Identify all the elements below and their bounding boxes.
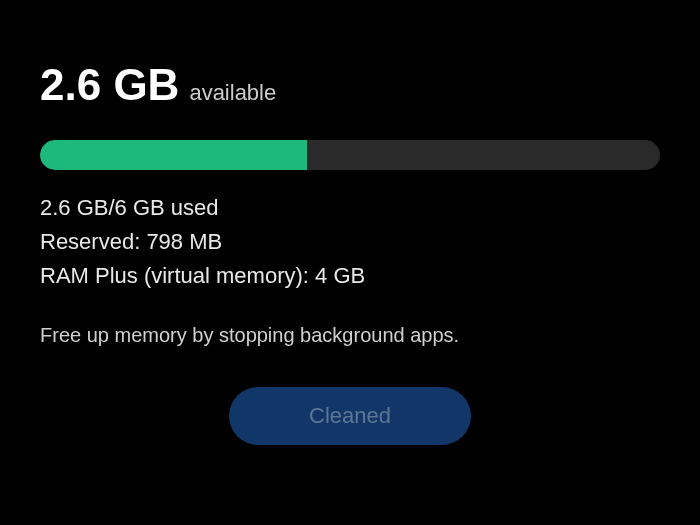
memory-stats: 2.6 GB/6 GB used Reserved: 798 MB RAM Pl… (40, 195, 660, 289)
memory-progress-fill (40, 140, 307, 170)
ram-plus-text: RAM Plus (virtual memory): 4 GB (40, 263, 660, 289)
button-container: Cleaned (40, 387, 660, 445)
reserved-memory-text: Reserved: 798 MB (40, 229, 660, 255)
clean-button[interactable]: Cleaned (229, 387, 471, 445)
available-label: available (189, 80, 276, 106)
memory-progress-bar (40, 140, 660, 170)
hint-text: Free up memory by stopping background ap… (40, 324, 660, 347)
used-memory-text: 2.6 GB/6 GB used (40, 195, 660, 221)
available-amount: 2.6 GB (40, 60, 179, 110)
memory-header: 2.6 GB available (40, 60, 660, 110)
